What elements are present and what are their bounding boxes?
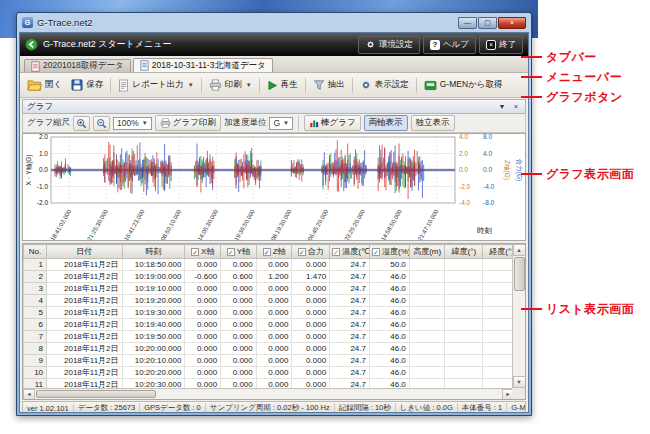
column-header-10[interactable]: 緯度(°) <box>445 245 483 259</box>
help-button[interactable]: ? ヘルプ <box>423 36 476 54</box>
gmen-acquire-button[interactable]: G-MENから取得 <box>420 77 507 93</box>
table-cell: 7 <box>24 331 47 343</box>
column-checkbox[interactable]: ✓ <box>332 248 340 256</box>
funnel-icon <box>313 79 325 91</box>
status-item: G-MEN 接続完了 <box>507 403 526 413</box>
table-row[interactable]: 42018年11月2日10:19:20.0000.0000.0000.0000.… <box>24 295 527 307</box>
status-item: GPSデータ数 : 0 <box>140 403 206 413</box>
graph-plot-area[interactable]: 2.04.08.01.02.04.00.00.00.0-1.0-2.0-4.0-… <box>22 133 526 241</box>
table-cell: 10:19:00.000 <box>122 271 185 283</box>
column-header-3[interactable]: ✓X軸 <box>185 245 221 259</box>
status-item: しきい値 : 0.0G <box>396 403 458 413</box>
close-button[interactable]: × <box>498 17 526 29</box>
report-label: レポート出力 <box>132 79 184 91</box>
print-button[interactable]: 印刷 ▼ <box>205 77 256 93</box>
table-cell: 46.0 <box>369 367 409 379</box>
dual-axis-button[interactable]: 両軸表示 <box>364 115 408 131</box>
column-header-8[interactable]: ✓湿度(%) <box>369 245 409 259</box>
report-output-button[interactable]: レポート出力 ▼ <box>114 77 198 94</box>
svg-text:4.0: 4.0 <box>459 134 468 140</box>
maximize-button[interactable]: ▢ <box>478 17 497 29</box>
dropdown-arrow-icon[interactable]: ▼ <box>246 82 252 88</box>
svg-text:2.0: 2.0 <box>39 134 48 140</box>
table-cell: 0.000 <box>221 295 257 307</box>
table-cell: 46.0 <box>369 319 409 331</box>
open-button[interactable]: 開く <box>23 77 66 94</box>
app-icon: G <box>22 17 33 28</box>
zoom-level-select[interactable]: 100% ▼ <box>113 117 152 130</box>
table-row[interactable]: 52018年11月2日10:19:30.0000.0000.0000.0000.… <box>24 307 527 319</box>
status-item: データ数 : 25673 <box>74 403 140 413</box>
zoom-in-button[interactable] <box>73 116 90 131</box>
table-row[interactable]: 62018年11月2日10:19:40.0000.0000.0000.0000.… <box>24 319 527 331</box>
table-row[interactable]: 92018年11月2日10:20:10.0000.0000.0000.0000.… <box>24 355 527 367</box>
save-button[interactable]: 保存 <box>67 77 107 93</box>
table-cell: 6 <box>24 319 47 331</box>
play-button[interactable]: 再生 <box>263 77 302 93</box>
vertical-scrollbar[interactable]: ▲ ▼ <box>512 244 525 388</box>
table-cell: 0.000 <box>221 283 257 295</box>
panel-close-icon[interactable]: × <box>511 103 521 110</box>
table-row[interactable]: 22018年11月2日10:19:00.000-0.6000.6001.2001… <box>24 271 527 283</box>
document-icon <box>31 61 40 72</box>
data-table-host: No.日付時刻✓X軸✓Y軸✓Z軸✓合力✓温度(℃)✓湿度(%)高度(m)緯度(°… <box>23 244 525 400</box>
dropdown-arrow-icon[interactable]: ▼ <box>188 82 194 88</box>
vertical-scroll-thumb[interactable] <box>514 257 525 291</box>
column-header-0[interactable]: No. <box>24 245 47 259</box>
column-label: No. <box>29 247 41 256</box>
table-cell: 1.470 <box>292 271 330 283</box>
table-row[interactable]: 32018年11月2日10:19:10.0000.0000.0000.0000.… <box>24 283 527 295</box>
table-cell: 24.7 <box>330 271 370 283</box>
column-checkbox[interactable]: ✓ <box>263 248 271 256</box>
tab-dataset-1[interactable]: 20201018取得データ <box>24 59 131 72</box>
bar-graph-button[interactable]: 棒グラフ <box>304 115 361 131</box>
table-cell: 3 <box>24 283 47 295</box>
svg-text:1.0: 1.0 <box>39 150 48 157</box>
extract-button[interactable]: 抽出 <box>309 77 349 93</box>
column-header-4[interactable]: ✓Y軸 <box>221 245 257 259</box>
table-row[interactable]: 72018年11月2日10:19:50.0000.0000.0000.0000.… <box>24 331 527 343</box>
column-checkbox[interactable]: ✓ <box>191 248 199 256</box>
column-header-2[interactable]: 時刻 <box>122 245 185 259</box>
independent-display-label: 独立表示 <box>416 117 450 129</box>
column-header-9[interactable]: 高度(m) <box>409 245 445 259</box>
bar-chart-icon <box>309 118 319 128</box>
table-row[interactable]: 12018年11月2日10:18:50.0000.0000.0000.0000.… <box>24 259 527 271</box>
app-logo-icon <box>25 38 38 51</box>
exit-button[interactable]: × 終了 <box>479 36 523 54</box>
tab-dataset-2[interactable]: 2018-10-31-11-3北海道データ <box>133 58 273 72</box>
independent-display-button[interactable]: 独立表示 <box>411 115 455 131</box>
bar-graph-label: 棒グラフ <box>321 117 356 129</box>
column-checkbox[interactable]: ✓ <box>298 248 306 256</box>
column-header-7[interactable]: ✓温度(℃) <box>330 245 370 259</box>
minimize-button[interactable]: — <box>458 17 477 29</box>
scroll-left-icon[interactable]: ◄ <box>23 389 35 400</box>
svg-text:8.0: 8.0 <box>483 134 492 140</box>
column-header-5[interactable]: ✓Z軸 <box>256 245 292 259</box>
column-checkbox[interactable]: ✓ <box>227 248 235 256</box>
horizontal-scrollbar[interactable]: ◄ ► <box>23 388 514 399</box>
table-cell <box>409 355 445 367</box>
table-cell: 10:18:50.000 <box>122 259 185 271</box>
scroll-down-icon[interactable]: ▼ <box>513 376 526 388</box>
svg-text:-1.0: -1.0 <box>37 183 49 190</box>
table-cell: 0.000 <box>292 355 330 367</box>
display-settings-button[interactable]: 表示設定 <box>356 77 413 93</box>
appbar-buttons: 環境設定 ? ヘルプ × 終了 <box>358 36 523 54</box>
open-label: 開く <box>45 79 62 91</box>
unit-select[interactable]: G ▼ <box>269 117 293 130</box>
column-header-6[interactable]: ✓合力 <box>292 245 330 259</box>
column-checkbox[interactable]: ✓ <box>372 248 380 256</box>
zoom-out-button[interactable] <box>93 116 110 131</box>
scroll-up-icon[interactable]: ▲ <box>513 244 526 256</box>
settings-button[interactable]: 環境設定 <box>358 36 420 54</box>
table-row[interactable]: 102018年11月2日10:20:20.0000.0000.0000.0000… <box>24 367 527 379</box>
svg-text:-4.0: -4.0 <box>459 199 471 206</box>
panel-dropdown-icon[interactable]: ▼ <box>497 103 507 110</box>
horizontal-scroll-thumb[interactable] <box>36 390 156 398</box>
table-cell: 0.000 <box>292 307 330 319</box>
table-row[interactable]: 82018年11月2日10:20:00.0000.0000.0000.0000.… <box>24 343 527 355</box>
app-header-bar: G-Trace.net2 スタートメニュー 環境設定 ? ヘルプ × <box>20 33 528 56</box>
graph-print-button[interactable]: グラフ印刷 <box>155 115 221 131</box>
column-header-1[interactable]: 日付 <box>47 245 123 259</box>
